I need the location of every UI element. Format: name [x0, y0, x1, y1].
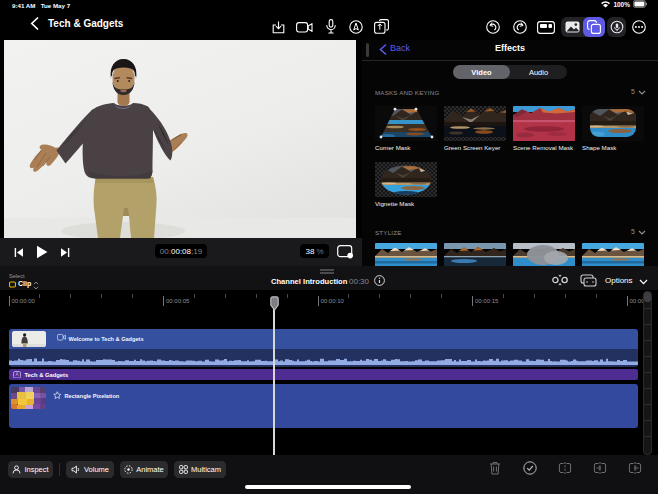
svg-text:A: A	[15, 372, 18, 377]
